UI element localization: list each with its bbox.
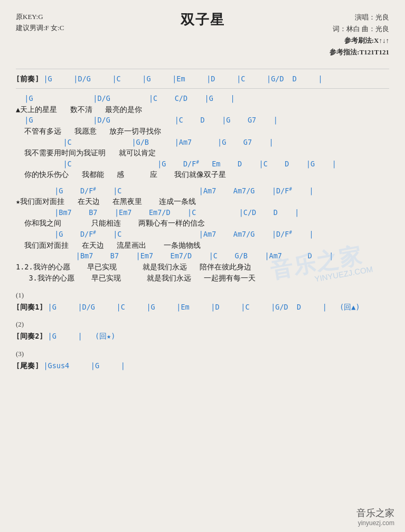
interlude2-section: (2) [间奏2] |G | (回★) bbox=[16, 319, 389, 342]
chorus-chord1: |G D/F# |C |Am7 Am7/G |D/F# | bbox=[16, 185, 389, 196]
interlude1-line: [间奏1] |G |D/G |C |G |Em |D |C |G/D D | (… bbox=[16, 302, 389, 313]
chorus-lyric1: ★我们面对面挂 在天边 在黑夜里 连成一条线 bbox=[16, 196, 389, 207]
verse1-section: |G |D/G |C C/D |G | ▲天上的星星 数不清 最亮的是你 |G … bbox=[16, 93, 389, 180]
prelude-section: [前奏] |G |D/G |C |G |Em |D |C |G/D D | bbox=[16, 73, 389, 84]
outro-num: (3) bbox=[16, 349, 389, 359]
verse1-lyric4: 你的快乐伤心 我都能 感 应 我们就像双子星 bbox=[16, 169, 389, 180]
suggestion-label: 建议男调:F 女:C bbox=[16, 23, 64, 34]
page: 原KEY:G 建议男调:F 女:C 双子星 演唱：光良 词：林白 曲：光良 参考… bbox=[0, 0, 405, 532]
verse1-lyric3: 我不需要用时间为我证明 就可以肯定 bbox=[16, 147, 389, 158]
chorus-chord4: |Bm7 B7 |Em7 Em7/D |C G/B |Am7 D | bbox=[16, 250, 389, 261]
outro-section: (3) [尾奏] |Gsus4 |G | bbox=[16, 349, 389, 372]
meta-left: 原KEY:G 建议男调:F 女:C bbox=[16, 12, 64, 34]
verse1-chord1: |G |D/G |C C/D |G | bbox=[16, 93, 389, 104]
chorus-lyric2: 你和我之间 只能相连 两颗心有一样的信念 bbox=[16, 218, 389, 229]
verse1-chord3: |C |G/B |Am7 |G G7 | bbox=[16, 137, 389, 147]
divider-1 bbox=[16, 88, 389, 89]
chorus-section: |G D/F# |C |Am7 Am7/G |D/F# | ★我们面对面挂 在天… bbox=[16, 185, 389, 284]
chorus-lyric3: 我们面对面挂 在天边 流星画出 一条抛物线 bbox=[16, 240, 389, 251]
footer-en: yinyuezj.com bbox=[356, 519, 394, 527]
verse1-chord2: |G |D/G |C D |G G7 | bbox=[16, 115, 389, 125]
chorus-chord2: |Bm7 B7 |Em7 Em7/D |C |C/D D | bbox=[16, 207, 389, 218]
interlude1-num: (1) bbox=[16, 290, 389, 301]
key-label: 原KEY:G bbox=[16, 12, 64, 23]
chorus-lyric4b: 3.我许的心愿 早已实现 就是我们永远 一起拥有每一天 bbox=[16, 273, 389, 284]
top-divider bbox=[16, 69, 389, 69]
finger-label: 参考指法:T121T121 bbox=[329, 46, 389, 58]
verse1-chord4: |C |G D/F# Em D |C D |G | bbox=[16, 158, 389, 169]
singer-label: 演唱：光良 bbox=[329, 12, 389, 23]
content-area: [前奏] |G |D/G |C |G |Em |D |C |G/D D | |G… bbox=[16, 69, 389, 372]
outro-line: [尾奏] |Gsus4 |G | bbox=[16, 360, 389, 372]
footer: 音乐之家 yinyuezj.com bbox=[356, 507, 394, 527]
chorus-lyric4a: 1.2.我许的心愿 早已实现 就是我们永远 陪伴在彼此身边 bbox=[16, 262, 389, 273]
chorus-chord3: |G D/F# |C |Am7 Am7/G |D/F# | bbox=[16, 229, 389, 239]
verse1-lyric2: 不管有多远 我愿意 放弃一切寻找你 bbox=[16, 126, 389, 137]
interlude2-line: [间奏2] |G | (回★) bbox=[16, 331, 389, 342]
strum-label: 参考刷法:X↑↓↑ bbox=[329, 35, 389, 46]
verse1-lyric1: ▲天上的星星 数不清 最亮的是你 bbox=[16, 104, 389, 115]
meta-right: 演唱：光良 词：林白 曲：光良 参考刷法:X↑↓↑ 参考指法:T121T121 bbox=[329, 12, 389, 58]
footer-cn: 音乐之家 bbox=[356, 507, 394, 519]
prelude-chord-line: [前奏] |G |D/G |C |G |Em |D |C |G/D D | bbox=[16, 73, 389, 84]
lyricist-label: 词：林白 曲：光良 bbox=[329, 23, 389, 35]
interlude2-num: (2) bbox=[16, 319, 389, 330]
interlude1-section: (1) [间奏1] |G |D/G |C |G |Em |D |C |G/D D… bbox=[16, 290, 389, 313]
